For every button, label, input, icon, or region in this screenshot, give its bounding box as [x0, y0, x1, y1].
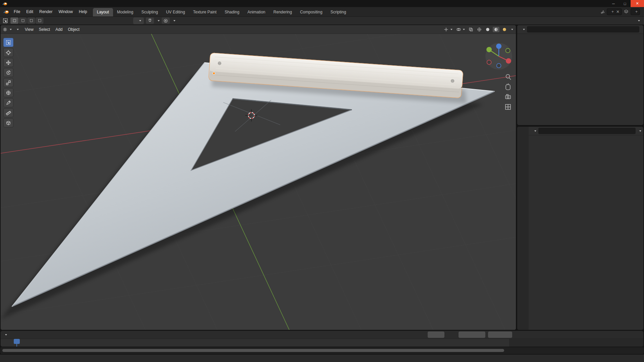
scale-tool-button[interactable]	[3, 78, 13, 87]
workspace-tab-modeling[interactable]: Modeling	[113, 8, 138, 16]
shading-shade-material-button[interactable]	[493, 27, 499, 32]
shading-shade-render-button[interactable]	[501, 27, 508, 32]
shade-material-icon	[494, 27, 498, 32]
minimize-button[interactable]: ─	[608, 0, 619, 7]
shading-shade-solid-button[interactable]	[484, 27, 491, 32]
options-dropdown[interactable]	[636, 20, 641, 21]
close-button[interactable]: ✕	[631, 0, 644, 7]
menu-edit[interactable]: Edit	[23, 8, 36, 15]
playhead-frame-tag	[14, 339, 20, 344]
workspace-tab-rendering[interactable]: Rendering	[269, 8, 296, 16]
topbar: FileEditRenderWindowHelp LayoutModelingS…	[0, 7, 644, 17]
timeline-header	[1, 331, 643, 339]
rotate-icon	[6, 70, 11, 75]
box-select-tool-button[interactable]	[3, 38, 13, 47]
cursor-tool-button[interactable]	[3, 48, 13, 57]
scene-browse-icon[interactable]	[600, 10, 605, 14]
menu-help[interactable]: Help	[76, 8, 90, 15]
workspace-tab-animation[interactable]: Animation	[244, 8, 269, 16]
tool-settings-bar	[0, 17, 644, 25]
blender-menu-icon[interactable]	[1, 10, 11, 14]
select-mode-invert-icon[interactable]	[36, 17, 44, 24]
timeline-ruler[interactable]	[1, 339, 643, 347]
workspace-tab-uv-editing[interactable]: UV Editing	[162, 8, 189, 16]
filter-dropdown-icon[interactable]	[639, 130, 641, 132]
menu-file[interactable]: File	[11, 8, 23, 15]
screw2-object[interactable]	[451, 79, 454, 83]
overlays-icon-toggle[interactable]	[455, 27, 466, 32]
select-mode-extend-icon[interactable]	[19, 17, 27, 24]
add-cube-tool-button[interactable]	[3, 118, 13, 127]
workspace-tab-shading[interactable]: Shading	[221, 8, 244, 16]
chevron-down-icon	[638, 20, 640, 21]
new-view-layer-icon[interactable]: +	[635, 9, 638, 14]
workspace-tab-layout[interactable]: Layout	[93, 8, 113, 16]
blender-window: { "window": { "title": "Blender [C:\\Use…	[0, 0, 644, 362]
snap-dropdown-icon[interactable]	[158, 20, 160, 21]
workspace-tab-texture-paint[interactable]: Texture Paint	[189, 8, 221, 16]
chevron-down-icon	[10, 29, 12, 30]
cursor-icon	[6, 50, 11, 55]
viewport-menu-add[interactable]: Add	[53, 26, 65, 33]
chevron-down-icon	[5, 334, 7, 336]
unlink-scene-icon[interactable]: ✕	[616, 9, 620, 14]
proportional-edit-icon[interactable]	[162, 17, 170, 24]
view-layer-browse-icon[interactable]	[624, 9, 629, 14]
transform-orientation-dropdown[interactable]	[133, 17, 144, 24]
menu-render[interactable]: Render	[36, 8, 55, 15]
editor-type-icon[interactable]	[3, 27, 7, 32]
add-workspace-button[interactable]	[350, 10, 356, 13]
workspace-tab-compositing[interactable]: Compositing	[296, 8, 326, 16]
select-mode-new-icon[interactable]	[10, 17, 18, 24]
mode-dropdown[interactable]	[12, 26, 21, 33]
viewport-header-toggles	[443, 27, 514, 32]
viewport-editor[interactable]: ViewSelectAddObject	[0, 25, 516, 330]
object-origin-dot	[213, 72, 215, 74]
navigation-gizmo[interactable]	[485, 43, 512, 70]
viewport-menu-select[interactable]: Select	[36, 26, 53, 33]
properties-tab-strip	[517, 127, 529, 330]
rotate-tool-button[interactable]	[3, 68, 13, 77]
menu-window[interactable]: Window	[55, 8, 76, 15]
scrollbar-thumb[interactable]	[2, 349, 504, 352]
chevron-down-icon	[523, 29, 525, 30]
annotate-icon	[6, 100, 11, 106]
maximize-button[interactable]: □	[619, 0, 631, 7]
select-mode-subtract-icon[interactable]	[27, 17, 35, 24]
transform-tool-button[interactable]	[3, 88, 13, 97]
move-icon	[6, 60, 11, 65]
playhead[interactable]	[14, 339, 20, 344]
frame-start-field[interactable]	[459, 331, 485, 338]
new-scene-icon[interactable]: +	[611, 9, 614, 14]
proportional-dropdown-icon[interactable]	[173, 20, 175, 21]
chevron-down-icon	[534, 130, 536, 132]
viewport-canvas[interactable]	[1, 34, 516, 330]
annotate-tool-button[interactable]	[3, 98, 13, 107]
viewport-menu-view[interactable]: View	[22, 26, 36, 33]
overlays-icon	[456, 27, 461, 32]
shading-shade-wire-button[interactable]	[476, 27, 483, 32]
properties-search-input[interactable]	[538, 128, 636, 134]
xray-icon-toggle[interactable]	[468, 27, 474, 32]
viewport-menu-object[interactable]: Object	[65, 26, 83, 33]
scene-selector[interactable]: + ✕	[607, 8, 622, 15]
workspace-tab-sculpting[interactable]: Sculpting	[138, 8, 162, 16]
snap-magnet-icon[interactable]	[146, 17, 154, 24]
measure-tool-button[interactable]	[3, 108, 13, 117]
shade-render-icon	[502, 27, 507, 32]
screw1-object[interactable]	[218, 62, 221, 65]
box-select-icon	[6, 40, 11, 45]
chevron-down-icon	[450, 29, 452, 30]
shading-dropdown-icon[interactable]	[511, 29, 513, 30]
outliner-header	[517, 25, 643, 34]
timeline-horizontal-scrollbar[interactable]	[0, 347, 644, 354]
outliner-search-input[interactable]	[527, 26, 639, 33]
move-tool-button[interactable]	[3, 58, 13, 67]
topbar-right: + ✕ +	[600, 8, 643, 15]
frame-end-field[interactable]	[488, 331, 512, 338]
workspace-tab-scripting[interactable]: Scripting	[326, 8, 350, 16]
current-frame-field[interactable]	[428, 331, 444, 338]
statusbar	[0, 354, 644, 362]
gizmo-icon-toggle[interactable]	[443, 27, 453, 32]
view-layer-selector[interactable]: +	[631, 8, 640, 15]
